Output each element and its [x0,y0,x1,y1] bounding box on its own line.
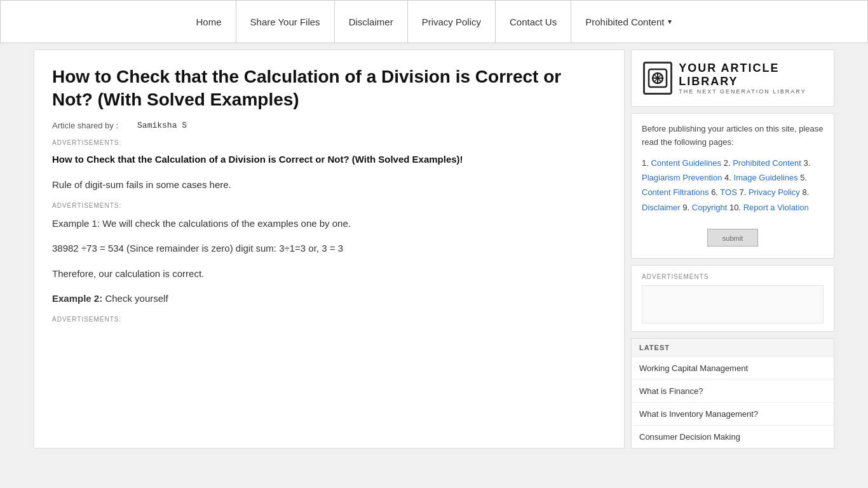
example2-text-val: Check yourself [105,293,168,304]
ads-content-area [642,285,824,323]
submit-image: submit [707,229,758,247]
latest-label: LATEST [632,339,834,357]
link-image-guidelines[interactable]: Image Guidelines [734,173,798,182]
link-plagiarism[interactable]: Plagiarism Prevention [642,173,722,182]
logo-box: Your Article Library The Next Generation… [631,50,834,107]
nav-item-privacy-policy[interactable]: Privacy Policy [407,1,495,43]
body-p4: Therefore, our calculation is correct. [52,266,606,282]
link-num-10: 10. [729,203,743,212]
body-p3: 38982 ÷73 = 534 (Since remainder is zero… [52,240,606,257]
sidebar: Your Article Library The Next Generation… [631,50,834,449]
body-p1: Rule of digit-sum fails in some cases he… [52,177,606,193]
byline-label: Article shared by : [52,121,118,130]
link-tos[interactable]: TOS [720,187,737,197]
latest-item-0[interactable]: Working Capital Management [632,357,834,380]
body-p2: Example 1: We will check the calculation… [52,215,606,232]
nav-prohibited-label: Prohibited Content [585,17,664,27]
latest-item-3[interactable]: Consumer Decision Making [632,426,834,448]
ads-label-2: ADVERTISEMENTS: [52,202,606,209]
latest-item-1[interactable]: What is Finance? [632,380,834,403]
article-byline: Article shared by : Samiksha S [52,121,606,130]
link-num-6: 6. [711,187,720,197]
ads-label-3: ADVERTISEMENTS: [52,316,606,323]
nav-item-disclaimer[interactable]: Disclaimer [334,1,407,43]
article-container: How to Check that the Calculation of a D… [34,50,625,449]
nav-item-home[interactable]: Home [182,1,236,43]
info-intro: Before publishing your articles on this … [642,123,824,149]
article-subtitle: How to Check that the Calculation of a D… [52,152,606,167]
latest-item-2[interactable]: What is Inventory Management? [632,403,834,426]
author-name: Samiksha S [137,121,187,130]
link-num-8: 8. [802,187,809,197]
link-prohibited-content[interactable]: Prohibited Content [733,158,801,168]
link-content-filtrations[interactable]: Content Filtrations [642,187,709,197]
link-num-5: 5. [800,173,807,182]
link-num-1: 1. [642,158,651,168]
logo-text-block: Your Article Library The Next Generation… [679,62,822,95]
article-title: How to Check that the Calculation of a D… [52,65,606,112]
nav-item-prohibited-content[interactable]: Prohibited Content ▾ [571,1,686,43]
example2-label: Example 2: [52,293,102,304]
logo-icon [643,62,672,95]
main-nav: Home Share Your Files Disclaimer Privacy… [0,0,868,43]
logo-inner: Your Article Library The Next Generation… [643,62,822,95]
link-num-9: 9. [682,203,691,212]
link-num-3: 3. [803,158,810,168]
link-content-guidelines[interactable]: Content Guidelines [651,158,721,168]
link-privacy-policy[interactable]: Privacy Policy [749,187,800,197]
link-copyright[interactable]: Copyright [692,203,728,212]
nav-item-share-files[interactable]: Share Your Files [236,1,334,43]
page-wrapper: How to Check that the Calculation of a D… [27,43,841,455]
body-example2: Example 2: Check yourself [52,290,606,307]
link-num-2: 2. [724,158,733,168]
dropdown-arrow-icon: ▾ [668,17,672,26]
nav-item-contact-us[interactable]: Contact Us [495,1,571,43]
info-box: Before publishing your articles on this … [631,113,834,259]
logo-subtitle: The Next Generation Library [679,88,822,95]
link-num-4: 4. [724,173,733,182]
info-links: 1. Content Guidelines 2. Prohibited Cont… [642,156,824,215]
link-report-violation[interactable]: Report a Violation [743,203,809,212]
ads-label-1: ADVERTISEMENTS: [52,139,606,146]
ads-box: ADVERTISEMENTS [631,265,834,332]
article-body: Rule of digit-sum fails in some cases he… [52,177,606,323]
ads-box-label: ADVERTISEMENTS [642,273,824,280]
latest-box: LATEST Working Capital Management What i… [631,338,834,449]
logo-title: Your Article Library [679,62,822,88]
link-disclaimer[interactable]: Disclaimer [642,203,681,212]
link-num-7: 7. [739,187,748,197]
